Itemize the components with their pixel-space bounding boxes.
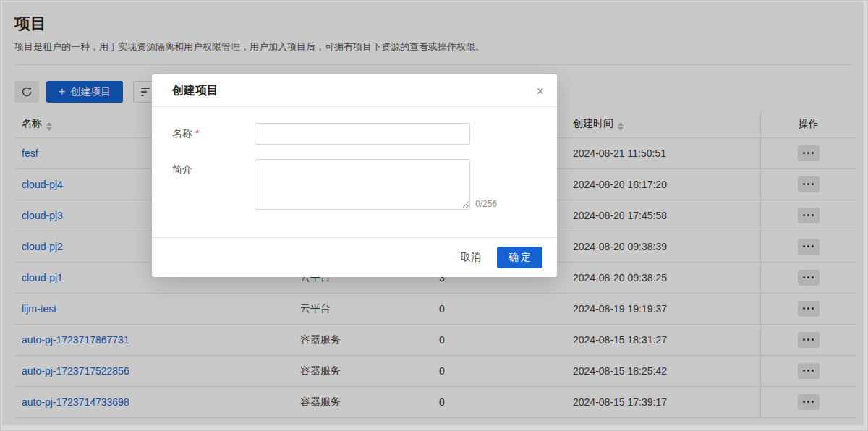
create-project-dialog: 创建项目 × 名称* 简介 0/256 取消 确定 [152,74,557,277]
name-form-row: 名称* [172,123,537,145]
description-form-row: 简介 0/256 [172,159,537,210]
char-counter: 0/256 [475,199,497,210]
dialog-title: 创建项目 [172,83,218,98]
cancel-button[interactable]: 取消 [451,247,491,268]
project-description-textarea[interactable] [255,159,470,210]
dialog-header: 创建项目 × [152,74,557,107]
description-label: 简介 [172,159,255,210]
close-button[interactable]: × [533,82,547,101]
required-asterisk: * [195,127,199,139]
name-label: 名称* [172,123,255,145]
project-name-input[interactable] [255,123,470,145]
dialog-footer: 取消 确定 [152,237,557,277]
close-icon: × [536,84,544,98]
dialog-body: 名称* 简介 0/256 [152,107,557,210]
confirm-button[interactable]: 确定 [497,247,542,268]
